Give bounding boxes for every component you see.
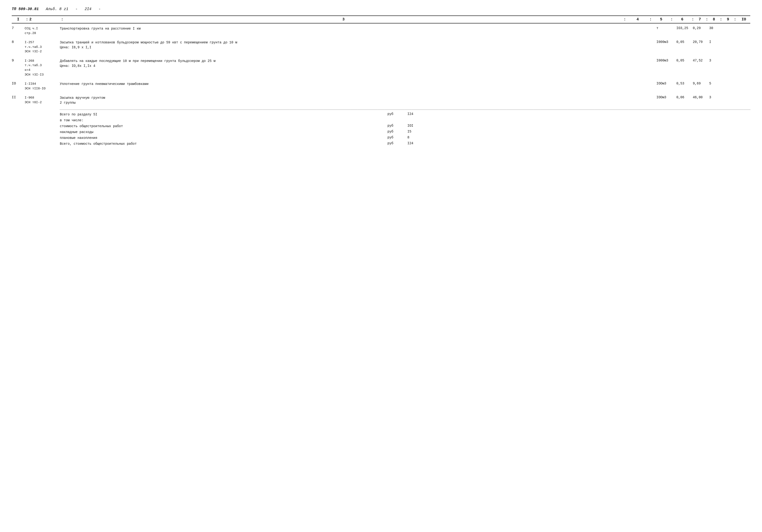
col-sep-5: :	[669, 17, 674, 22]
row-number: II	[12, 95, 25, 100]
col-header-7: 7	[695, 17, 705, 22]
row-unit: IOOм3	[655, 81, 676, 85]
row-col5: 0,05	[676, 58, 693, 62]
row-code: ССЦ ч.Iстр.28	[25, 26, 55, 36]
summary-divider	[60, 110, 750, 110]
summary-description: плановые накопления	[60, 136, 386, 140]
row-code: I-II84ЭСН тII8-IO	[25, 81, 55, 91]
col-sep-9: :	[733, 17, 737, 22]
col-header-8: 8	[709, 17, 719, 22]
summary-description: в том числе:	[60, 118, 386, 123]
row-number: 7	[12, 26, 25, 30]
summary-unit: руб	[386, 130, 408, 133]
column-headers: I : 2 : 3 : 4 : 5 : 6 : 7 : 8 : 9 : IO	[12, 17, 750, 24]
summary-unit: руб	[386, 112, 408, 116]
summary-description: стоимость общестроительных работ	[60, 124, 386, 129]
summary-unit: руб	[386, 141, 408, 145]
summary-description: накладные расходы	[60, 130, 386, 135]
page-num: 2I4	[85, 7, 92, 11]
col-header-3: 3	[64, 17, 622, 22]
row-number: IO	[12, 81, 25, 86]
col-header-10: IO	[737, 17, 750, 22]
col-header-2: 2	[29, 17, 60, 22]
summary-col6: I24	[408, 141, 424, 145]
row-number: 8	[12, 39, 25, 44]
summary-description: Всего по разделу 5I	[60, 112, 386, 117]
row-col5: 0,06	[676, 95, 693, 99]
summary-col6: IOI	[408, 124, 424, 127]
row-description: Засыпка вручную грунтом2 группы	[60, 95, 655, 105]
row-col5: 0,05	[676, 39, 693, 44]
summary-col6: I24	[408, 112, 424, 116]
row-code: I-968ЭСН т8I-2	[25, 95, 55, 105]
col-header-9: 9	[723, 17, 733, 22]
table-row: 7 ССЦ ч.Iстр.28 Транспортировка грунта н…	[12, 26, 750, 36]
col-sep-6: :	[690, 17, 695, 22]
summary-row: стоимость общестроительных работ руб IOI	[12, 124, 750, 129]
row-col7: 3	[709, 58, 719, 62]
row-col6: 47,52	[693, 58, 709, 62]
row-col6: 20,79	[693, 39, 709, 44]
row-col6: 0,29	[693, 26, 709, 30]
summary-description: Всего, стоимость общестроительных работ	[60, 141, 386, 146]
row-number: 9	[12, 58, 25, 63]
col-sep-7: :	[705, 17, 709, 22]
document-header: ТП 509-30.81 Альб. 8 z1 - 2I4 -	[12, 7, 750, 11]
summary-section: Всего по разделу 5I руб I24 в том числе:…	[12, 112, 750, 146]
summary-row: Всего по разделу 5I руб I24	[12, 112, 750, 117]
summary-unit: руб	[386, 124, 408, 127]
col-sep-2: :	[60, 17, 64, 22]
dash1: -	[75, 7, 78, 11]
data-rows: 7 ССЦ ч.Iстр.28 Транспортировка грунта н…	[12, 26, 750, 105]
summary-row: Всего, стоимость общестроительных работ …	[12, 141, 750, 146]
summary-row: плановые накопления руб 8	[12, 136, 750, 140]
alt-label: Альб. 8 z1	[46, 7, 68, 11]
col-sep-4: :	[648, 17, 653, 22]
row-col5: IO3,25	[676, 26, 693, 30]
table-row: IO I-II84ЭСН тII8-IO Уплотнение грунта п…	[12, 81, 750, 91]
row-unit: I000м3	[655, 58, 676, 62]
row-unit: т	[655, 26, 676, 30]
row-code: I-268т.ч.таб.3к=4ЭСН т3I-I3	[25, 58, 55, 77]
row-col6: 9,69	[693, 81, 709, 85]
row-col7: 5	[709, 81, 719, 85]
table-row: 8 I-257т.ч.таб.3ЭСН т3I-2 Засыпка транше…	[12, 39, 750, 54]
row-description: Добавлять на каждые последующие 10 м при…	[60, 58, 655, 68]
row-code: I-257т.ч.таб.3ЭСН т3I-2	[25, 39, 55, 54]
col-header-5: 5	[653, 17, 669, 22]
col-header-1: I	[12, 17, 25, 22]
row-unit: IOOм3	[655, 95, 676, 99]
col-header-4: 4	[627, 17, 648, 22]
table-row: 9 I-268т.ч.таб.3к=4ЭСН т3I-I3 Добавлять …	[12, 58, 750, 77]
summary-row: в том числе:	[12, 118, 750, 123]
row-col5: 0,53	[676, 81, 693, 85]
doc-number: ТП 509-30.81	[12, 7, 39, 11]
row-description: Транспортировка грунта на расстояние I к…	[60, 26, 655, 31]
table-row: II I-968ЭСН т8I-2 Засыпка вручную грунто…	[12, 95, 750, 105]
row-col7: 30	[709, 26, 719, 30]
col-sep-3: :	[622, 17, 627, 22]
row-description: Засыпка траншей и котлованов бульдозером…	[60, 39, 655, 50]
row-unit: I000м3	[655, 39, 676, 44]
col-sep-8: :	[719, 17, 723, 22]
row-col6: 46,00	[693, 95, 709, 99]
row-col7: 3	[709, 95, 719, 99]
summary-col6: 8	[408, 136, 424, 139]
summary-unit: руб	[386, 136, 408, 139]
row-description: Уплотнение грунта пневматическими трамбо…	[60, 81, 655, 87]
row-col7: I	[709, 39, 719, 44]
dash2: -	[99, 7, 101, 11]
top-divider	[12, 16, 750, 16]
col-header-6: 6	[674, 17, 690, 22]
summary-col6: I5	[408, 130, 424, 133]
summary-row: накладные расходы руб I5	[12, 130, 750, 135]
col-sep-1: :	[25, 17, 29, 22]
